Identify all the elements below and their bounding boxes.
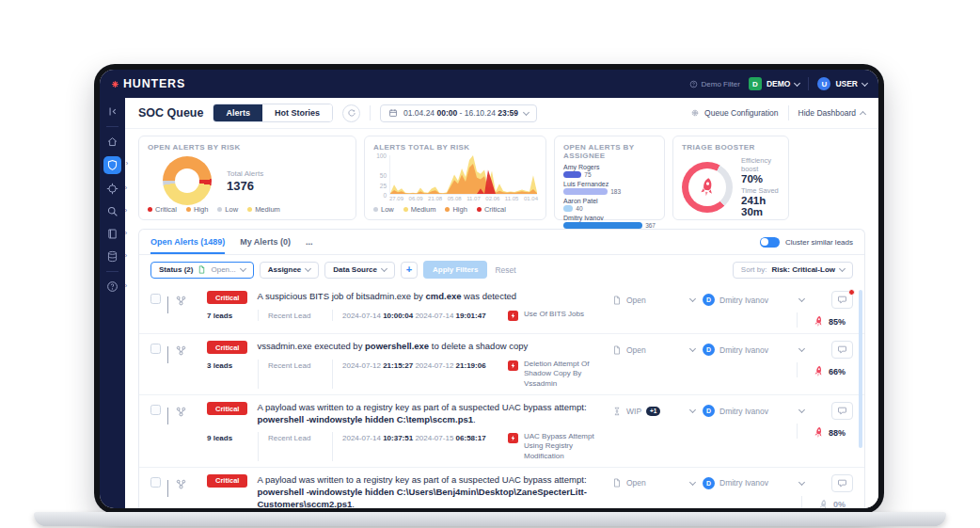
card-title: OPEN ALERTS BY ASSIGNEE [563,143,656,160]
triage-score-value: 88% [829,428,846,438]
alerts-tab-0[interactable]: Open Alerts (1489) [150,230,225,254]
gear-icon [690,108,700,118]
chevron-down-icon [523,108,530,115]
alert-title-line: CriticalA suspicious BITS job of bitsadm… [207,291,607,304]
comments-button[interactable] [831,291,853,309]
triage-score-value: 85% [829,317,846,327]
scrollbar-thumb[interactable] [859,290,862,448]
reset-filters-button[interactable]: Reset [495,265,515,275]
refresh-button[interactable] [342,104,360,122]
nav-threat-hunting[interactable]: › [104,181,120,197]
calendar-icon [388,108,398,118]
assignee-dropdown[interactable]: DDmitry Ivanov [703,405,814,417]
triage-score: 0% [801,496,853,508]
alert-right-bottom: 85% [612,312,853,328]
alerts-tab-2[interactable]: ... [306,230,313,254]
y-axis-labels: 10050250 [373,155,389,195]
leads-count: 3 leads [207,360,248,370]
meta-divider [332,310,333,321]
total-alerts-value: 1376 [227,179,263,193]
document-icon [612,478,622,488]
alert-right: WIP+1DDmitry Ivanov88% [612,402,853,461]
navbar-right: Demo Filter D DEMO U USER [689,77,867,90]
sort-dropdown[interactable]: Sort by: Risk: Critical-Low [733,262,853,279]
status-doc-icon [198,265,206,274]
alert-right-top: OpenDDmitry Ivanov [612,341,853,359]
alert-right: OpenDDmitry Ivanov0% [612,474,853,508]
filter-data-source[interactable]: Data Source [324,262,395,279]
comments-button[interactable] [831,341,853,359]
alert-title-line: Criticalvssadmin.exe executed by powersh… [207,341,607,354]
org-menu[interactable]: D DEMO [749,77,800,90]
filter-status[interactable]: Status (2) Open... [150,262,254,279]
expand-row-button[interactable] [167,477,168,497]
chevron-down-icon [798,407,805,413]
assignee-dropdown[interactable]: DDmitry Ivanov [703,477,814,489]
expand-row-button[interactable] [167,344,168,363]
demo-filter[interactable]: Demo Filter [689,80,740,88]
triage-score-value: 66% [829,367,846,376]
legend-item: Medium [403,205,436,214]
cluster-glyph [175,295,187,307]
date-range-picker[interactable]: 01.04.24 00:00 - 16.10.24 23:59 [380,104,537,122]
nav-home[interactable] [104,134,120,150]
hide-dashboard-button[interactable]: Hide Dashboard [798,108,865,118]
apply-filters-button[interactable]: Apply Filters [423,261,487,279]
series-high [390,164,537,194]
org-avatar: D [749,77,762,90]
collapse-sidebar[interactable] [104,104,120,120]
assignee-bar-row: Aaron Patel40 [563,198,656,212]
hunters-logo-mark-icon [111,80,119,88]
target-icon [106,183,119,195]
status-dropdown[interactable]: Open [612,296,703,305]
assignee-name: Dmitry Ivanov [719,407,768,416]
nav-reports[interactable]: › [104,226,120,242]
tab-alerts[interactable]: Alerts [213,104,262,121]
triage-score: 66% [797,362,853,377]
meta-divider [332,360,333,389]
user-menu[interactable]: U USER [817,77,867,90]
status-dropdown[interactable]: Open [612,345,703,355]
alerts-tab-1[interactable]: My Alerts (0) [240,230,291,254]
x-tick: 06.09 [409,196,423,201]
cluster-toggle[interactable] [760,237,780,248]
leads-count: 9 leads [207,432,248,442]
nav-help[interactable]: › [104,279,120,295]
x-axis-labels: 27.0906.0921.0805.0811.0702.0611.0501.04 [389,196,538,201]
row-checkbox[interactable] [150,405,161,415]
x-tick: 01.04 [524,196,538,201]
search-icon [106,205,119,217]
date-range-text: 01.04.24 00:00 - 16.10.24 23:59 [403,108,518,118]
severity-badge: Critical [207,341,247,354]
assignee-dropdown[interactable]: DDmitry Ivanov [703,294,814,306]
hunters-logo[interactable]: HUNTERS [111,77,185,90]
nav-data[interactable]: › [104,248,120,264]
row-checkbox[interactable] [150,477,161,488]
chevron-up-icon [860,110,866,117]
assignee-dropdown[interactable]: DDmitry Ivanov [703,344,814,356]
row-checkbox[interactable] [150,294,161,304]
queue-configuration-button[interactable]: Queue Configuration [690,108,778,118]
status-dropdown[interactable]: Open [612,478,703,488]
card-open-alerts-by-risk: OPEN ALERTS BY RISK Total Alerts 1376 Cr… [138,136,356,220]
comment-bubble-icon [837,295,847,305]
expand-row-button[interactable] [167,294,168,313]
tab-hot-stories[interactable]: Hot Stories [262,104,332,121]
chevron-down-icon [689,407,696,413]
main-header: SOC Queue Alerts Hot Stories 01.0 [125,98,878,129]
bolt-glyph [510,312,516,319]
filter-assignee[interactable]: Assignee [260,262,320,279]
add-filter-button[interactable]: + [401,262,418,279]
row-checkbox[interactable] [150,344,161,354]
expand-row-button[interactable] [167,405,168,424]
nav-search[interactable]: › [104,203,120,219]
comments-button[interactable] [831,402,853,420]
detection-icon [508,433,518,443]
assignee-name: Amy Rogers [563,164,656,170]
triage-score: 85% [797,312,853,328]
alert-main: CriticalA suspicious BITS job of bitsadm… [207,291,612,328]
comments-button[interactable] [831,474,853,492]
status-dropdown[interactable]: WIP+1 [612,407,703,416]
nav-soc[interactable]: › [103,156,121,174]
risk-total-legend: LowMediumHighCritical [373,205,506,214]
